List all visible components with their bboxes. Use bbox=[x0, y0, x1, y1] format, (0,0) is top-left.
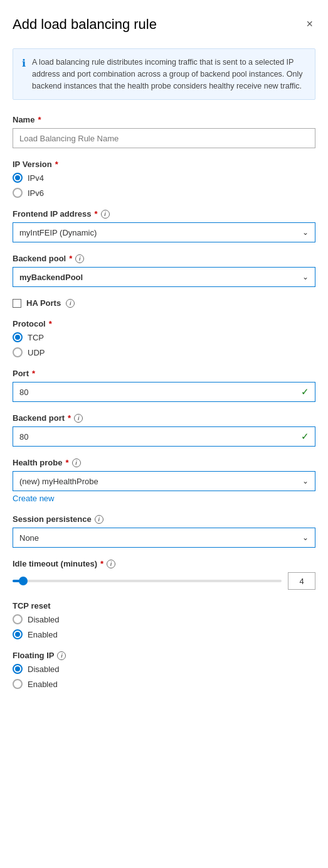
port-required: * bbox=[32, 369, 35, 378]
name-input[interactable] bbox=[13, 128, 315, 148]
tcp-reset-enabled-label: Enabled bbox=[28, 630, 58, 639]
udp-label: UDP bbox=[28, 348, 45, 357]
floating-ip-disabled[interactable]: Disabled bbox=[13, 664, 315, 674]
idle-timeout-value-box: 4 bbox=[288, 572, 315, 590]
tcp-reset-enabled-radio[interactable] bbox=[13, 629, 23, 639]
ha-ports-info-icon[interactable]: i bbox=[66, 299, 75, 308]
backend-pool-select[interactable]: myBackendPool ⌄ bbox=[13, 267, 315, 287]
backend-pool-value: myBackendPool bbox=[19, 273, 83, 282]
name-label: Name * bbox=[13, 115, 315, 124]
idle-timeout-slider-thumb[interactable] bbox=[19, 577, 28, 585]
backend-port-label: Backend port * i bbox=[13, 413, 315, 423]
health-probe-required: * bbox=[65, 458, 68, 467]
info-box: ℹ A load balancing rule distributes inco… bbox=[13, 48, 315, 100]
port-valid-icon: ✓ bbox=[301, 386, 309, 398]
floating-ip-disabled-label: Disabled bbox=[28, 665, 60, 674]
floating-ip-field-group: Floating IP i Disabled Enabled bbox=[13, 651, 315, 689]
protocol-field-group: Protocol * TCP UDP bbox=[13, 319, 315, 357]
port-input-wrap: ✓ bbox=[13, 382, 315, 402]
ipv4-radio[interactable] bbox=[13, 173, 23, 183]
health-probe-label: Health probe * i bbox=[13, 458, 315, 467]
idle-timeout-info-icon[interactable]: i bbox=[107, 560, 115, 568]
frontend-ip-field-group: Frontend IP address * i myIntFEIP (Dynam… bbox=[13, 209, 315, 242]
health-probe-info-icon[interactable]: i bbox=[72, 458, 81, 467]
health-probe-select[interactable]: (new) myHealthProbe ⌄ bbox=[13, 471, 315, 491]
protocol-required: * bbox=[49, 319, 52, 328]
panel-header: Add load balancing rule × bbox=[13, 15, 315, 33]
port-label: Port * bbox=[13, 369, 315, 378]
tcp-reset-disabled-radio[interactable] bbox=[13, 614, 23, 624]
ip-version-label: IP Version * bbox=[13, 160, 315, 169]
panel-title: Add load balancing rule bbox=[13, 16, 157, 33]
close-button[interactable]: × bbox=[304, 15, 315, 33]
protocol-radio-group: TCP UDP bbox=[13, 332, 315, 357]
floating-ip-info-icon[interactable]: i bbox=[57, 651, 66, 660]
session-persistence-select[interactable]: None ⌄ bbox=[13, 528, 315, 548]
tcp-reset-disabled[interactable]: Disabled bbox=[13, 614, 315, 624]
floating-ip-disabled-radio[interactable] bbox=[13, 664, 23, 674]
ip-version-required: * bbox=[55, 160, 58, 169]
info-icon: ℹ bbox=[22, 57, 26, 92]
name-field-group: Name * bbox=[13, 115, 315, 148]
floating-ip-enabled[interactable]: Enabled bbox=[13, 679, 315, 689]
health-probe-chevron-icon: ⌄ bbox=[302, 477, 309, 486]
floating-ip-label: Floating IP i bbox=[13, 651, 315, 660]
protocol-label: Protocol * bbox=[13, 319, 315, 328]
ip-version-ipv6[interactable]: IPv6 bbox=[13, 188, 315, 198]
floating-ip-enabled-radio[interactable] bbox=[13, 679, 23, 689]
tcp-reset-field-group: TCP reset Disabled Enabled bbox=[13, 601, 315, 639]
session-persistence-label: Session persistence i bbox=[13, 514, 315, 524]
add-load-balancing-rule-panel: Add load balancing rule × ℹ A load balan… bbox=[0, 0, 328, 725]
health-probe-field-group: Health probe * i (new) myHealthProbe ⌄ C… bbox=[13, 458, 315, 503]
port-input[interactable] bbox=[13, 382, 315, 402]
floating-ip-radio-group: Disabled Enabled bbox=[13, 664, 315, 689]
tcp-reset-enabled[interactable]: Enabled bbox=[13, 629, 315, 639]
name-required: * bbox=[38, 115, 41, 124]
frontend-ip-select[interactable]: myIntFEIP (Dynamic) ⌄ bbox=[13, 222, 315, 242]
frontend-ip-label: Frontend IP address * i bbox=[13, 209, 315, 219]
create-new-button[interactable]: Create new bbox=[13, 494, 54, 503]
tcp-radio[interactable] bbox=[13, 332, 23, 342]
health-probe-value: (new) myHealthProbe bbox=[19, 477, 98, 486]
tcp-reset-radio-group: Disabled Enabled bbox=[13, 614, 315, 639]
ha-ports-label: HA Ports bbox=[26, 298, 61, 308]
ipv4-label: IPv4 bbox=[28, 173, 44, 183]
backend-port-input[interactable] bbox=[13, 426, 315, 447]
tcp-reset-disabled-label: Disabled bbox=[28, 615, 60, 624]
backend-pool-required: * bbox=[69, 254, 72, 263]
ipv6-radio[interactable] bbox=[13, 188, 23, 198]
ip-version-ipv4[interactable]: IPv4 bbox=[13, 173, 315, 183]
port-field-group: Port * ✓ bbox=[13, 369, 315, 402]
idle-timeout-slider-row: 4 bbox=[13, 572, 315, 590]
ha-ports-row: HA Ports i bbox=[13, 298, 315, 308]
session-persistence-value: None bbox=[19, 533, 39, 543]
idle-timeout-required: * bbox=[100, 559, 103, 568]
backend-pool-info-icon[interactable]: i bbox=[75, 254, 84, 263]
ipv6-label: IPv6 bbox=[28, 188, 44, 198]
frontend-ip-required: * bbox=[94, 209, 97, 219]
ip-version-field-group: IP Version * IPv4 IPv6 bbox=[13, 160, 315, 198]
idle-timeout-value: 4 bbox=[299, 577, 304, 586]
backend-pool-label: Backend pool * i bbox=[13, 254, 315, 263]
floating-ip-enabled-label: Enabled bbox=[28, 680, 58, 689]
idle-timeout-field-group: Idle timeout (minutes) * i 4 bbox=[13, 559, 315, 590]
tcp-reset-label: TCP reset bbox=[13, 601, 315, 610]
protocol-udp[interactable]: UDP bbox=[13, 347, 315, 357]
session-persistence-info-icon[interactable]: i bbox=[95, 515, 103, 524]
frontend-ip-info-icon[interactable]: i bbox=[101, 210, 110, 219]
info-text: A load balancing rule distributes incomi… bbox=[32, 57, 306, 92]
frontend-ip-value: myIntFEIP (Dynamic) bbox=[19, 228, 97, 237]
backend-pool-field-group: Backend pool * i myBackendPool ⌄ bbox=[13, 254, 315, 287]
session-persistence-field-group: Session persistence i None ⌄ bbox=[13, 514, 315, 548]
ha-ports-checkbox[interactable] bbox=[13, 299, 21, 308]
udp-radio[interactable] bbox=[13, 347, 23, 357]
session-persistence-chevron-icon: ⌄ bbox=[302, 533, 309, 542]
protocol-tcp[interactable]: TCP bbox=[13, 332, 315, 342]
backend-port-info-icon[interactable]: i bbox=[74, 414, 83, 423]
backend-port-field-group: Backend port * i ✓ bbox=[13, 413, 315, 447]
idle-timeout-label: Idle timeout (minutes) * i bbox=[13, 559, 315, 568]
ip-version-radio-group: IPv4 IPv6 bbox=[13, 173, 315, 198]
idle-timeout-slider-track bbox=[13, 580, 282, 582]
backend-pool-chevron-icon: ⌄ bbox=[302, 273, 309, 281]
ha-ports-field-group: HA Ports i bbox=[13, 298, 315, 308]
